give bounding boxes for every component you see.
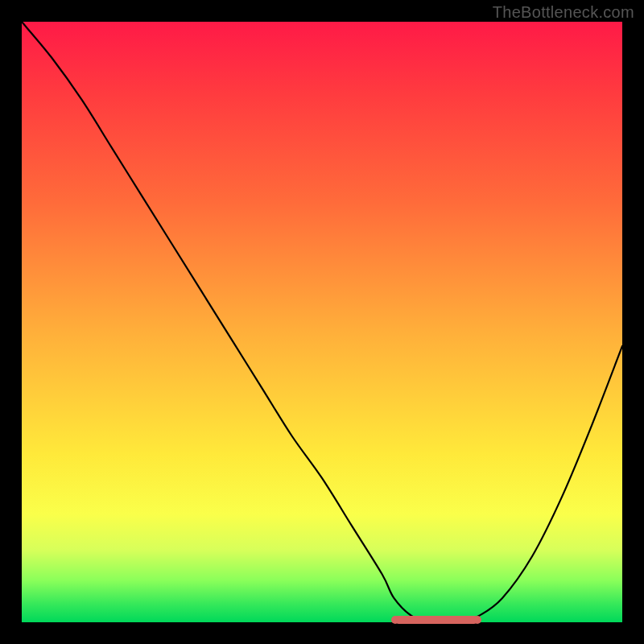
optimal-range-start-dot bbox=[391, 616, 399, 624]
curve-path bbox=[22, 22, 622, 623]
bottleneck-curve bbox=[22, 22, 622, 622]
watermark-text: TheBottleneck.com bbox=[493, 3, 634, 22]
optimal-range-end-dot bbox=[473, 616, 481, 624]
chart-frame: TheBottleneck.com bbox=[0, 0, 644, 644]
optimal-range-marker bbox=[394, 616, 478, 624]
plot-area bbox=[22, 22, 622, 622]
